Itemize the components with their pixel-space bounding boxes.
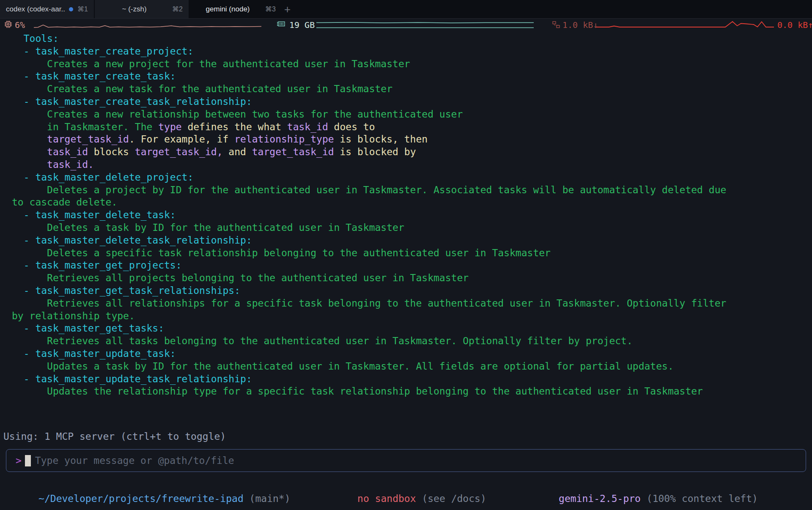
terminal-line: Retrieves all projects belonging to the … [12, 272, 726, 285]
terminal-line: in Taskmaster. The type defines the what… [12, 121, 726, 134]
system-stats-bar: 6% 19 GB 1.0 kB↓ 0.0 kB↑ [0, 19, 812, 30]
terminal-line: target_task_id. For example, if relation… [12, 133, 726, 146]
git-branch: (main*) [244, 493, 291, 504]
terminal-line: - task_master_get_task_relationships: [12, 285, 726, 297]
terminal-line: - task_master_create_task_relationship: [12, 96, 726, 108]
network-upload-value: 0.0 kB↑ [777, 20, 812, 30]
terminal-line: - task_master_update_task: [12, 348, 726, 360]
tab-label: codex (codex-aar... [6, 5, 65, 14]
terminal-line: Tools: [12, 33, 726, 45]
terminal-line: - task_master_get_tasks: [12, 322, 726, 335]
terminal-line: Retrieves all relationships for a specif… [12, 297, 726, 310]
network-traffic-graph [596, 20, 774, 29]
tab-zsh[interactable]: ~ (-zsh) ⌘2 [95, 0, 189, 18]
network-icon [552, 21, 560, 28]
terminal-line: to cascade delete. [12, 196, 726, 209]
prompt-symbol: > [16, 455, 22, 466]
sandbox-note: (see /docs) [416, 493, 486, 504]
terminal-line: by relationship type. [12, 310, 726, 323]
message-input[interactable]: > Type your message or @path/to/file [6, 449, 806, 472]
terminal-window: codex (codex-aar... ⌘1 ~ (-zsh) ⌘2 gemin… [0, 0, 812, 510]
activity-dot-icon [69, 7, 73, 11]
terminal-line: Updates the relationship type for a spec… [12, 385, 726, 398]
terminal-line: Deletes a specific task relationship bel… [12, 247, 726, 260]
tab-label: gemini (node) [195, 5, 261, 14]
terminal-line: task_id. [12, 159, 726, 171]
terminal-line: - task_master_update_task_relationship: [12, 373, 726, 386]
terminal-line: - task_master_delete_task: [12, 209, 726, 222]
input-placeholder: Type your message or @path/to/file [35, 455, 234, 466]
cpu-usage-graph [34, 21, 261, 29]
terminal-line: - task_master_create_project: [12, 45, 726, 58]
terminal-line: Updates a task by ID for the authenticat… [12, 360, 726, 373]
cpu-usage-value: 6% [15, 20, 25, 30]
tab-shortcut: ⌘1 [77, 5, 88, 13]
cpu-icon [4, 20, 12, 28]
terminal-line: Creates a new relationship between two t… [12, 108, 726, 121]
footer-status-bar: ~/Developer/projects/freewrite-ipad (mai… [0, 482, 812, 495]
tab-codex[interactable]: codex (codex-aar... ⌘1 [0, 0, 94, 18]
terminal-line: - task_master_delete_project: [12, 171, 726, 184]
terminal-line: Deletes a task by ID for the authenticat… [12, 222, 726, 234]
tab-gemini-active[interactable]: gemini (node) ⌘3 [189, 0, 282, 18]
tab-label: ~ (-zsh) [101, 5, 168, 14]
terminal-line: - task_master_delete_task_relationship: [12, 234, 726, 247]
new-tab-button[interactable]: + [284, 2, 291, 16]
network-download-value: 1.0 kB↓ [562, 20, 598, 30]
memory-usage-value: 19 GB [289, 20, 315, 30]
memory-usage-graph [316, 21, 534, 29]
terminal-line: Creates a new project for the authentica… [12, 58, 726, 71]
text-cursor [25, 455, 31, 466]
terminal-line: - task_master_get_projects: [12, 259, 726, 272]
terminal-line: task_id blocks target_task_id, and targe… [12, 146, 726, 159]
context-remaining: (100% context left) [641, 493, 758, 504]
tab-shortcut: ⌘2 [172, 5, 183, 13]
terminal-output: Tools: - task_master_create_project: Cre… [12, 33, 726, 398]
sandbox-status: no sandbox [357, 493, 416, 504]
terminal-line: Deletes a project by ID for the authenti… [12, 184, 726, 197]
tab-shortcut: ⌘3 [265, 5, 276, 13]
tab-bar: codex (codex-aar... ⌘1 ~ (-zsh) ⌘2 gemin… [0, 0, 812, 19]
memory-icon [277, 20, 286, 27]
mcp-status: Using: 1 MCP server (ctrl+t to toggle) [3, 431, 226, 442]
terminal-line: Creates a new task for the authenticated… [12, 83, 726, 96]
cwd-path: ~/Developer/projects/freewrite-ipad [38, 493, 244, 504]
model-name: gemini-2.5-pro [559, 493, 641, 504]
terminal-line: - task_master_create_task: [12, 70, 726, 83]
terminal-line: Retrieves all tasks belonging to the aut… [12, 335, 726, 348]
